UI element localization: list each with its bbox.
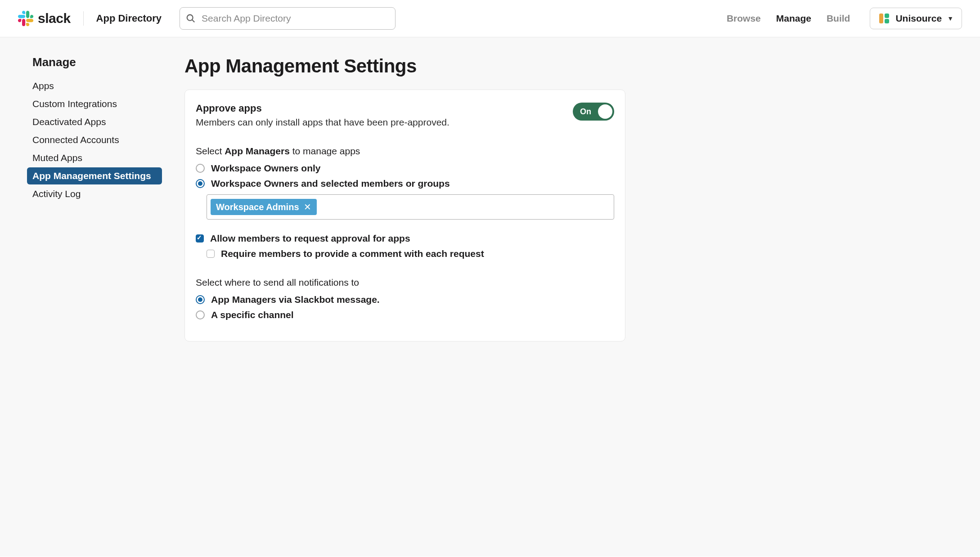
top-header: slack App Directory Browse Manage Build … [0,0,980,37]
app-managers-prompt: Select App Managers to manage apps [196,146,614,157]
workspace-switcher[interactable]: Unisource ▼ [870,8,962,29]
radio-icon [196,164,205,173]
app-directory-label[interactable]: App Directory [96,13,162,24]
nav-browse[interactable]: Browse [727,13,761,24]
radio-owners-only[interactable]: Workspace Owners only [196,163,614,174]
approve-apps-toggle[interactable]: On [573,103,614,121]
checkbox-require-comment[interactable]: Require members to provide a comment wit… [207,248,614,259]
divider [83,11,84,26]
notifications-prompt: Select where to send all notifications t… [196,277,614,288]
radio-icon [196,295,205,304]
sidebar-item-muted-apps[interactable]: Muted Apps [27,149,162,166]
token-label: Workspace Admins [216,202,299,212]
radio-icon [196,310,205,319]
sidebar-item-connected-accounts[interactable]: Connected Accounts [27,131,162,148]
svg-rect-4 [885,19,889,23]
brand-name: slack [38,11,71,26]
approve-apps-title: Approve apps [196,103,450,114]
checkbox-allow-requests[interactable]: Allow members to request approval for ap… [196,233,614,244]
toggle-knob [598,104,612,119]
sidebar-item-custom-integrations[interactable]: Custom Integrations [27,95,162,112]
brand-area[interactable]: slack [18,11,71,26]
svg-rect-2 [879,13,883,23]
checkbox-icon [196,234,204,243]
search-icon [186,13,196,23]
workspace-icon [878,13,890,24]
slack-logo-icon [18,11,33,26]
sidebar-item-app-management-settings[interactable]: App Management Settings [27,167,162,184]
approve-apps-row: Approve apps Members can only install ap… [196,103,614,128]
sidebar-title: Manage [27,55,162,69]
svg-rect-3 [885,13,889,18]
settings-card: Approve apps Members can only install ap… [184,90,625,341]
toggle-on-label: On [580,107,591,117]
token-workspace-admins: Workspace Admins ✕ [211,199,317,215]
sidebar-item-apps[interactable]: Apps [27,77,162,94]
radio-label: Workspace Owners only [211,163,321,174]
radio-notify-channel[interactable]: A specific channel [196,310,614,320]
checkbox-label: Require members to provide a comment wit… [221,248,484,259]
close-icon[interactable]: ✕ [304,202,311,212]
page-body: Manage Apps Custom Integrations Deactiva… [0,37,980,557]
svg-line-1 [192,20,195,22]
header-nav: Browse Manage Build Unisource ▼ [727,8,962,29]
main-content: App Management Settings Approve apps Mem… [184,55,625,539]
nav-build[interactable]: Build [827,13,850,24]
radio-label: A specific channel [211,310,294,320]
checkbox-icon [207,250,215,258]
search-input[interactable] [180,7,396,30]
checkbox-label: Allow members to request approval for ap… [210,233,410,244]
nav-manage[interactable]: Manage [776,13,811,24]
search-container [180,7,396,30]
radio-label: App Managers via Slackbot message. [211,294,380,305]
chevron-down-icon: ▼ [947,15,953,22]
radio-icon [196,179,205,188]
sidebar: Manage Apps Custom Integrations Deactiva… [27,55,162,539]
radio-owners-and-selected[interactable]: Workspace Owners and selected members or… [196,178,614,189]
sidebar-item-deactivated-apps[interactable]: Deactivated Apps [27,113,162,130]
sidebar-item-activity-log[interactable]: Activity Log [27,185,162,202]
svg-point-0 [187,15,193,21]
radio-notify-slackbot[interactable]: App Managers via Slackbot message. [196,294,614,305]
page-title: App Management Settings [184,55,625,77]
workspace-name: Unisource [895,13,942,24]
approve-apps-desc: Members can only install apps that have … [196,117,450,128]
app-managers-input[interactable]: Workspace Admins ✕ [207,194,614,220]
radio-label: Workspace Owners and selected members or… [211,178,450,189]
